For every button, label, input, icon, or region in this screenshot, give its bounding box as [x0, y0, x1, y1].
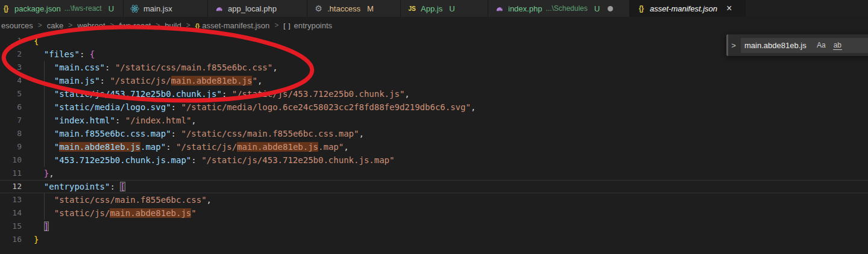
- indent-guide: [44, 206, 45, 220]
- line-number[interactable]: 7: [0, 114, 22, 127]
- code-content[interactable]: "static/media/logo.svg": "/static/media/…: [34, 101, 476, 114]
- code-content[interactable]: "static/js/main.abde81eb.js": [34, 206, 197, 220]
- code-line-7: 7 "index.html": "/index.html",: [0, 114, 868, 127]
- tab-main.jsx[interactable]: main.jsx: [124, 0, 208, 17]
- breadcrumb-label: asset-manifest.json: [202, 21, 269, 30]
- code-token: "453.712e25b0.chunk.js.map": [54, 155, 192, 165]
- code-token: "/index.html": [125, 116, 192, 125]
- dirty-indicator-icon[interactable]: [608, 6, 613, 11]
- search-match-highlight: main.abde81eb.js: [59, 142, 140, 152]
- code-token: ,: [191, 116, 196, 125]
- code-token: ,: [344, 142, 348, 152]
- code-token: :: [171, 129, 181, 138]
- tab-label: main.jsx: [143, 4, 172, 13]
- code-content[interactable]: "main.abde81eb.js.map": "/static/js/main…: [34, 140, 349, 153]
- code-content[interactable]: "main.f855e6bc.css.map": "/static/css/ma…: [34, 127, 364, 140]
- breadcrumb: esources>cake>webroot>fws-react>build>{}…: [0, 17, 868, 34]
- code-line-16: 16}: [0, 233, 868, 246]
- line-number[interactable]: 4: [0, 74, 22, 87]
- git-status-badge: M: [367, 4, 374, 13]
- line-number[interactable]: 15: [0, 220, 22, 233]
- code-content[interactable]: "453.712e25b0.chunk.js.map": "/static/js…: [34, 153, 394, 167]
- line-number[interactable]: 14: [0, 206, 22, 220]
- code-content[interactable]: }: [34, 233, 39, 246]
- code-token: ,: [404, 89, 409, 99]
- line-number[interactable]: 5: [0, 87, 22, 101]
- find-options: Aa ab: [817, 41, 842, 50]
- code-content[interactable]: ]: [34, 220, 49, 233]
- json-file-icon: {}: [1, 4, 11, 13]
- code-content[interactable]: "main.css": "/static/css/main.f855e6bc.c…: [34, 61, 278, 74]
- line-number[interactable]: 11: [0, 167, 22, 180]
- find-widget-resize-sash[interactable]: [726, 34, 728, 56]
- code-content[interactable]: "static/css/main.f855e6bc.css",: [34, 193, 212, 206]
- line-number[interactable]: 12: [0, 180, 22, 193]
- code-token: :: [166, 142, 176, 152]
- git-status-badge: U: [108, 4, 114, 13]
- tab-.htaccess[interactable]: ⚙.htaccessM: [307, 0, 401, 17]
- code-token: "/static/js/453.712e25b0.chunk.js.map": [201, 155, 394, 165]
- match-case-icon[interactable]: Aa: [817, 41, 826, 49]
- code-line-9: 9 "main.abde81eb.js.map": "/static/js/ma…: [0, 140, 868, 153]
- line-number[interactable]: 10: [0, 153, 22, 167]
- line-number[interactable]: 13: [0, 193, 22, 206]
- code-token: ": [54, 142, 59, 152]
- tab-package.json[interactable]: {}package.json...\fws-reactU: [0, 0, 124, 17]
- line-number[interactable]: 3: [0, 61, 22, 74]
- tab-bar: {}package.json...\fws-reactUmain.jsxapp_…: [0, 0, 868, 17]
- code-token: "/static/js/453.712e25b0.chunk.js": [232, 89, 405, 99]
- code-line-13: 13 "static/css/main.f855e6bc.css",: [0, 193, 868, 206]
- code-content[interactable]: "main.js": "/static/js/main.abde81eb.js"…: [34, 74, 262, 87]
- code-token: [34, 221, 44, 231]
- breadcrumb-label: fws-react: [119, 21, 151, 30]
- line-number[interactable]: 2: [0, 48, 22, 61]
- tab-app_local.php[interactable]: app_local.php: [208, 0, 307, 17]
- tab-index.php[interactable]: index.php...\SchedulesU: [488, 0, 630, 17]
- tab-asset-manifest.json[interactable]: {}asset-manifest.json×: [630, 0, 746, 17]
- line-number[interactable]: 8: [0, 127, 22, 140]
- tab-App.js[interactable]: JSApp.jsU: [401, 0, 488, 17]
- breadcrumb-separator-icon: >: [38, 21, 42, 29]
- code-content[interactable]: "entrypoints": [: [34, 180, 125, 193]
- breadcrumb-separator-icon: >: [186, 21, 190, 29]
- find-toggle-replace-chevron-icon[interactable]: >: [726, 41, 741, 50]
- breadcrumb-item-asset-manifest.json[interactable]: {}asset-manifest.json: [195, 21, 270, 30]
- code-token: "main.css": [54, 63, 105, 72]
- code-line-12: 12 "entrypoints": [: [0, 180, 868, 193]
- indent-guide: [44, 87, 45, 101]
- tab-label: asset-manifest.json: [650, 4, 717, 13]
- code-token: ,: [257, 76, 262, 85]
- code-token: "static/css/main.f855e6bc.css": [54, 195, 207, 205]
- line-number[interactable]: 6: [0, 101, 22, 114]
- code-token: }: [34, 235, 39, 244]
- breadcrumb-separator-icon: >: [68, 21, 72, 29]
- code-content[interactable]: "static/js/453.712e25b0.chunk.js": "/sta…: [34, 87, 410, 101]
- whole-word-icon[interactable]: ab: [833, 41, 842, 50]
- code-content[interactable]: "index.html": "/index.html",: [34, 114, 197, 127]
- breadcrumb-item-esources[interactable]: esources: [1, 21, 33, 30]
- search-match-highlight: main.abde81eb.js: [110, 208, 191, 218]
- line-number[interactable]: 9: [0, 140, 22, 153]
- code-content[interactable]: },: [34, 167, 54, 180]
- code-content[interactable]: "files": {: [34, 48, 95, 61]
- code-line-8: 8 "main.f855e6bc.css.map": "/static/css/…: [0, 127, 868, 140]
- breadcrumb-item-entrypoints[interactable]: [ ]entrypoints: [283, 21, 332, 30]
- breadcrumb-item-webroot[interactable]: webroot: [77, 21, 105, 30]
- code-token: "static/js/453.712e25b0.chunk.js": [54, 89, 222, 99]
- code-content[interactable]: {: [34, 34, 39, 48]
- indent-guide: [44, 127, 45, 140]
- line-number[interactable]: 1: [0, 34, 22, 48]
- breadcrumb-item-cake[interactable]: cake: [47, 21, 63, 30]
- code-line-6: 6 "static/media/logo.svg": "/static/medi…: [0, 101, 868, 114]
- indent-guide: [44, 101, 45, 114]
- line-number[interactable]: 16: [0, 233, 22, 246]
- breadcrumb-item-fws-react[interactable]: fws-react: [119, 21, 151, 30]
- breadcrumb-item-build[interactable]: build: [165, 21, 181, 30]
- code-token: "static/js/: [54, 208, 110, 218]
- close-icon[interactable]: ×: [726, 4, 732, 13]
- find-input[interactable]: [741, 41, 814, 50]
- indent-guide: [44, 153, 45, 167]
- code-line-11: 11 },: [0, 167, 868, 180]
- gear-file-icon: ⚙: [313, 4, 324, 13]
- code-token: .map": [318, 142, 344, 152]
